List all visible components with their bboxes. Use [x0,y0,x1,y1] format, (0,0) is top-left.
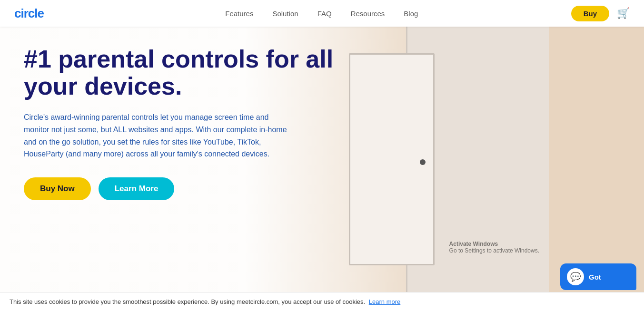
nav-item-features[interactable]: Features [225,10,253,18]
door-knob-decor [420,159,426,165]
nav-item-resources[interactable]: Resources [351,10,385,18]
logo[interactable]: circle [14,6,44,21]
cookie-bar: This site uses cookies to provide you th… [0,292,644,311]
hero-buy-now-button[interactable]: Buy Now [24,177,91,200]
header-buy-button[interactable]: Buy [571,6,609,21]
nav-item-blog[interactable]: Blog [404,10,418,18]
hero-title: #1 parental controls for all your device… [24,46,347,100]
cookie-bar-text: This site uses cookies to provide you th… [10,298,634,305]
chat-widget[interactable]: 💬 Got [560,263,636,290]
hero-door-decor [349,53,435,265]
cookie-message: This site uses cookies to provide you th… [10,298,365,305]
nav-item-faq[interactable]: FAQ [317,10,332,18]
activate-windows-watermark: Activate Windows Go to Settings to activ… [449,241,539,254]
chat-label: Got [589,273,601,281]
hero-section: #1 parental controls for all your device… [0,27,644,292]
nav: Features Solution FAQ Resources Blog [72,10,571,18]
hero-content: #1 parental controls for all your device… [24,46,347,200]
nav-item-solution[interactable]: Solution [272,10,298,18]
chat-icon-symbol: 💬 [570,272,581,282]
cookie-learn-more-link[interactable]: Learn more [369,298,400,305]
hero-learn-more-button[interactable]: Learn More [99,177,175,200]
logo-text: circle [14,6,44,20]
hero-buttons: Buy Now Learn More [24,177,347,200]
header: circle Features Solution FAQ Resources B… [0,0,644,27]
header-actions: Buy 🛒 [571,6,630,21]
hero-description: Circle's award-winning parental controls… [24,111,290,160]
chat-icon: 💬 [567,268,584,285]
activate-windows-line1: Activate Windows [449,241,539,247]
cart-icon[interactable]: 🛒 [617,7,630,19]
activate-windows-line2: Go to Settings to activate Windows. [449,247,539,254]
